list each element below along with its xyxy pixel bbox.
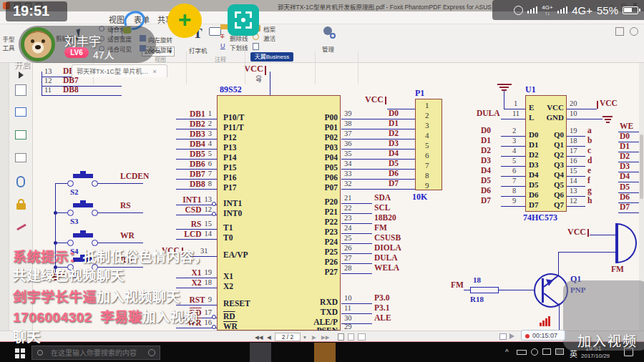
fullscreen-icon[interactable] (499, 333, 507, 340)
tray-date[interactable]: 2017/10/29 (581, 353, 610, 359)
next-page-button[interactable]: ▶ (312, 334, 316, 341)
pin-number: 4 (208, 140, 212, 149)
streamer-sub-label: 开启 (14, 59, 30, 70)
settings-tray-icon[interactable] (531, 348, 538, 356)
mcu-pin-name: P27 (280, 268, 338, 277)
wire (55, 267, 56, 273)
continuous-view-icon[interactable] (348, 333, 354, 341)
mail-tray-icon[interactable] (555, 348, 564, 355)
resistor-ref: R18 (470, 295, 484, 303)
net-row: WR16 (163, 318, 212, 328)
help-icon[interactable] (630, 27, 638, 36)
archive-button[interactable]: 档案 (263, 24, 275, 33)
tray-expand-button[interactable]: ^ (505, 348, 509, 356)
net-row: LCD14 (163, 230, 212, 239)
net-label: D0 (620, 132, 630, 141)
last-page-button[interactable]: ▶▶ (321, 334, 330, 341)
monitor-tray-icon[interactable] (542, 348, 551, 355)
avatar[interactable] (21, 27, 55, 62)
expand-panel-icon[interactable] (19, 72, 24, 79)
latch-pin-name: Q2 (535, 150, 564, 159)
button-terminal-icon (67, 240, 74, 246)
join-video-button[interactable]: 加入视频 (577, 331, 638, 350)
join-video-panel[interactable]: 加入视频 (563, 280, 644, 351)
cortana-icon[interactable] (148, 349, 155, 356)
manage-button[interactable]: 管理 (322, 44, 334, 53)
product-info-icon[interactable] (253, 43, 259, 50)
strikeout-icon[interactable]: T (220, 33, 225, 40)
status-bar-right: 4G+ ↑↓ 4G+ 55% (492, 0, 644, 20)
net-label: LCDEN (120, 172, 149, 181)
wire (341, 139, 415, 140)
start-button[interactable] (15, 348, 19, 353)
typewriter-button[interactable]: 打字机 (189, 46, 208, 54)
pin-number: 29 (344, 323, 352, 331)
comment-bubble-icon[interactable] (209, 27, 221, 36)
page-caret-icon[interactable]: ▾ (303, 334, 306, 341)
first-page-button[interactable]: ◀◀ (255, 334, 263, 341)
hand-tool-button[interactable]: 手型工具 (1, 34, 16, 52)
start-button[interactable] (21, 354, 25, 358)
document-tab[interactable]: 郭天祥TX-1C型 单片机… × (72, 64, 167, 77)
pin-number: 7 (512, 177, 516, 185)
mcu-pin-name: P12 (223, 133, 237, 142)
mcu-pin-name: P25 (280, 248, 338, 257)
button-terminal-icon (67, 264, 74, 270)
business-badge[interactable]: 天翼Business (250, 52, 293, 62)
net-label: D4 (481, 166, 491, 175)
streamer-card[interactable]: 刘丰宇 LV6 47人 (19, 26, 156, 63)
wire (501, 206, 525, 207)
net-label: WR (120, 231, 135, 240)
mcu-pin-name: P06 (280, 173, 338, 182)
wire (559, 303, 560, 331)
window-title: 郭天祥TX-1C型单片机开发板原理图.pdf - Foxit PhantomPD… (278, 2, 492, 11)
bookmarks-panel-icon[interactable] (15, 107, 26, 117)
pin-number: 1 (514, 99, 517, 108)
scrollbar-thumb[interactable] (640, 134, 643, 199)
battery-tray-icon[interactable] (517, 350, 527, 355)
net-label: DB8 (190, 180, 205, 189)
pin-number: 16 (570, 157, 577, 165)
resnet-ref: P1 (415, 89, 424, 98)
pin-number: 31 (200, 247, 208, 255)
page-number-box[interactable]: 2 / 2 (275, 333, 301, 341)
pages-panel-icon[interactable] (15, 84, 26, 96)
wire (42, 72, 42, 95)
active-app-highlight (314, 343, 336, 362)
net-label: FM (374, 223, 387, 233)
document-tab-label: 郭天祥TX-1C型 单片机… (77, 67, 149, 76)
net-label: LCD (184, 230, 201, 239)
layers-panel-icon[interactable] (15, 153, 26, 162)
net-label: D6 (620, 192, 630, 202)
taskbar: ^ 英 19:51 2017/10/29 (0, 342, 644, 362)
play-presentation-icon[interactable] (509, 333, 514, 339)
underline-button[interactable]: 下划线 (230, 43, 248, 52)
updown-arrows-icon: ↑↓ (545, 11, 550, 16)
activate-button[interactable]: 激活 (263, 34, 275, 42)
tab-close-icon[interactable]: × (153, 68, 157, 75)
wire (590, 235, 617, 235)
facing-view-icon[interactable] (358, 333, 366, 341)
stamps-panel-icon[interactable] (15, 130, 26, 140)
pin-number: 34 (344, 160, 352, 168)
start-button[interactable] (15, 354, 19, 358)
highlight-icon[interactable] (220, 24, 228, 29)
attachment-icon[interactable] (16, 176, 25, 187)
prev-page-button[interactable]: ◀ (267, 334, 271, 341)
add-tool-icon[interactable]: + (167, 4, 202, 38)
wire (341, 159, 415, 160)
latch-pin-name: VCC (535, 103, 564, 112)
start-button[interactable] (21, 348, 25, 353)
net-label: D3 (481, 156, 491, 165)
screenshot-tool-icon[interactable] (228, 4, 259, 36)
gear-icon[interactable] (330, 33, 336, 39)
underline-icon[interactable]: U (220, 42, 225, 49)
net-label: VCC (162, 246, 180, 255)
net-label: CSD (185, 205, 201, 215)
cart-icon[interactable] (615, 27, 624, 36)
signature-panel-icon[interactable] (16, 224, 26, 231)
single-page-view-icon[interactable] (338, 333, 344, 341)
pin-number: 12 (205, 205, 213, 215)
taskbar-search-input[interactable] (31, 346, 160, 360)
net-row: X218 (163, 278, 212, 288)
